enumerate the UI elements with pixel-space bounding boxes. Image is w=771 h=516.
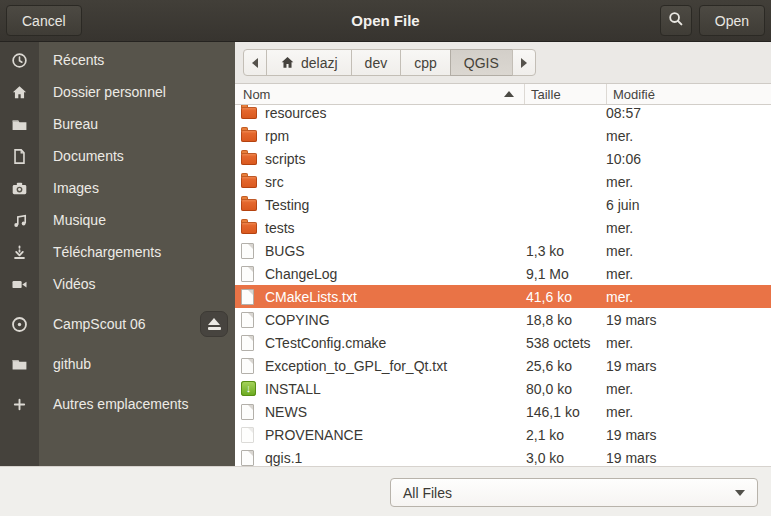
file-modified: 19 mars: [600, 312, 771, 328]
file-modified: 19 mars: [600, 450, 771, 466]
column-header-name[interactable]: Nom: [235, 84, 525, 104]
sidebar-item-images[interactable]: Images: [0, 172, 235, 204]
home-icon: [280, 55, 295, 70]
folder-icon: [241, 153, 257, 165]
desktop-folder-icon: [11, 116, 28, 133]
file-list: resources 08:57 rpm mer. scripts 10:06 s…: [235, 105, 771, 466]
file-row[interactable]: COPYING 18,8 ko 19 mars: [235, 308, 771, 331]
file-name: rpm: [258, 128, 518, 144]
file-size: 2,1 ko: [518, 427, 600, 443]
text-file-icon: [241, 243, 254, 259]
file-row[interactable]: src mer.: [235, 170, 771, 193]
open-button[interactable]: Open: [699, 5, 765, 36]
sidebar-item-label: github: [53, 356, 91, 372]
sidebar-item-dossier-personnel[interactable]: Dossier personnel: [0, 76, 235, 108]
file-name: COPYING: [258, 312, 518, 328]
column-name-label: Nom: [243, 87, 270, 102]
sidebar-item-documents[interactable]: Documents: [0, 140, 235, 172]
folder-icon: [241, 222, 257, 234]
headerbar-actions: Open: [660, 5, 765, 36]
file-size: 146,1 ko: [518, 404, 600, 420]
breadcrumb-segment-qgis[interactable]: QGIS: [450, 49, 513, 76]
sidebar-item-autres-emplacements[interactable]: Autres emplacements: [0, 388, 235, 420]
file-row[interactable]: CTestConfig.cmake 538 octets mer.: [235, 331, 771, 354]
file-row[interactable]: Testing 6 juin: [235, 193, 771, 216]
text-file-icon: [241, 312, 254, 328]
open-file-dialog: Cancel Open File Open Récents Dossier pe…: [0, 0, 771, 516]
breadcrumb-label: delazj: [301, 55, 338, 71]
column-header-modified[interactable]: Modifié: [607, 84, 771, 104]
file-size: 18,8 ko: [518, 312, 600, 328]
file-row[interactable]: rpm mer.: [235, 124, 771, 147]
file-row[interactable]: qgis.1 3,0 ko 19 mars: [235, 446, 771, 466]
file-row[interactable]: scripts 10:06: [235, 147, 771, 170]
column-header-size[interactable]: Taille: [525, 84, 607, 104]
file-name: src: [258, 174, 518, 190]
file-modified: 19 mars: [600, 427, 771, 443]
file-modified: mer.: [600, 220, 771, 236]
file-modified: mer.: [600, 404, 771, 420]
dialog-title: Open File: [0, 12, 771, 29]
eject-button[interactable]: [200, 311, 228, 337]
file-row[interactable]: PROVENANCE 2,1 ko 19 mars: [235, 423, 771, 446]
file-type-filter-combobox[interactable]: All Files: [390, 478, 758, 507]
text-file-icon: [241, 358, 254, 374]
disc-icon: [11, 316, 28, 333]
file-modified: mer.: [600, 128, 771, 144]
sidebar-item-label: Téléchargements: [53, 244, 161, 260]
sidebar-item-bureau[interactable]: Bureau: [0, 108, 235, 140]
text-file-icon: [241, 427, 254, 443]
file-size: 41,6 ko: [518, 289, 600, 305]
eject-icon: [208, 318, 220, 325]
sidebar-item-musique[interactable]: Musique: [0, 204, 235, 236]
sidebar-item-label: Documents: [53, 148, 124, 164]
search-button[interactable]: [660, 5, 692, 36]
file-row[interactable]: CMakeLists.txt 41,6 ko mer.: [235, 285, 771, 308]
file-size: 80,0 ko: [518, 381, 600, 397]
file-row[interactable]: resources 08:57: [235, 105, 771, 124]
breadcrumb-segment-dev[interactable]: dev: [351, 49, 402, 76]
file-name: tests: [258, 220, 518, 236]
sort-ascending-icon: [504, 91, 514, 97]
file-size: 538 octets: [518, 335, 600, 351]
path-forward-button[interactable]: [512, 49, 536, 76]
sidebar-item-label: CampScout 06: [53, 316, 146, 332]
file-name: resources: [258, 105, 518, 121]
content-pane: delazjdevcppQGIS Nom Taille Modifié: [235, 42, 771, 466]
file-row[interactable]: tests mer.: [235, 216, 771, 239]
sidebar-item-vid-os[interactable]: Vidéos: [0, 268, 235, 300]
sidebar-item-github[interactable]: github: [0, 348, 235, 380]
file-row[interactable]: NEWS 146,1 ko mer.: [235, 400, 771, 423]
sidebar-item-campscout-06[interactable]: CampScout 06: [0, 308, 235, 340]
file-row[interactable]: BUGS 1,3 ko mer.: [235, 239, 771, 262]
file-size: 1,3 ko: [518, 243, 600, 259]
sidebar-item-label: Images: [53, 180, 99, 196]
path-back-button[interactable]: [243, 49, 267, 76]
chevron-down-icon: [735, 490, 745, 496]
file-size: 9,1 Mo: [518, 266, 600, 282]
plus-icon: [11, 396, 28, 413]
file-row[interactable]: INSTALL 80,0 ko mer.: [235, 377, 771, 400]
breadcrumb-segment-cpp[interactable]: cpp: [400, 49, 451, 76]
column-size-label: Taille: [531, 87, 561, 102]
breadcrumb-label: cpp: [414, 55, 437, 71]
file-name: Exception_to_GPL_for_Qt.txt: [258, 358, 518, 374]
cancel-button[interactable]: Cancel: [6, 5, 82, 36]
file-name: ChangeLog: [258, 266, 518, 282]
folder-icon: [241, 199, 257, 211]
bottombar: All Files: [0, 466, 771, 516]
file-list-container: Nom Taille Modifié resources 08:57 rpm m…: [235, 83, 771, 466]
file-modified: mer.: [600, 335, 771, 351]
sidebar-item-r-cents[interactable]: Récents: [0, 44, 235, 76]
headerbar: Cancel Open File Open: [0, 0, 771, 42]
column-modified-label: Modifié: [613, 87, 655, 102]
file-name: CMakeLists.txt: [258, 289, 518, 305]
file-row[interactable]: ChangeLog 9,1 Mo mer.: [235, 262, 771, 285]
folder-icon: [241, 107, 257, 119]
file-row[interactable]: Exception_to_GPL_for_Qt.txt 25,6 ko 19 m…: [235, 354, 771, 377]
dialog-body: Récents Dossier personnel Bureau Documen…: [0, 42, 771, 466]
sidebar-item-t-l-chargements[interactable]: Téléchargements: [0, 236, 235, 268]
breadcrumb-segment-delazj[interactable]: delazj: [266, 49, 352, 76]
file-modified: mer.: [600, 381, 771, 397]
file-modified: mer.: [600, 243, 771, 259]
